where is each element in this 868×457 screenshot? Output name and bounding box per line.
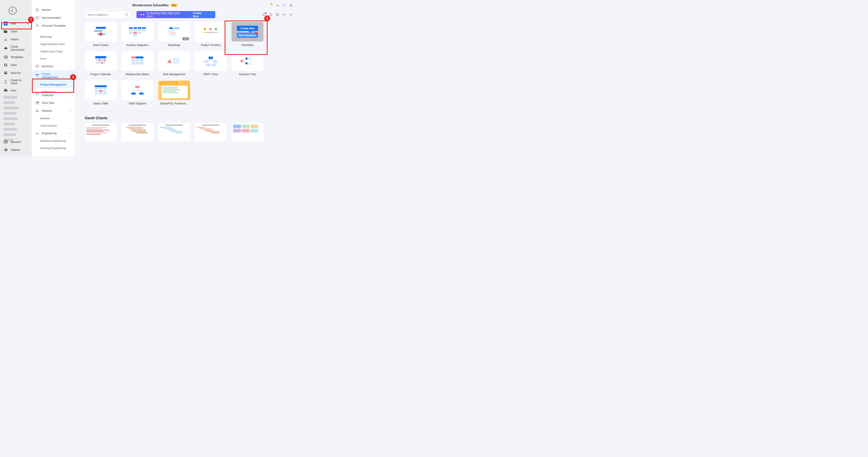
template-kanban[interactable]: Kanban Diagrams: [121, 22, 153, 47]
import-icon: [4, 37, 8, 41]
sidebar-item-cloud[interactable]: Cloud Documents: [0, 43, 31, 53]
subcategory-orgchart[interactable]: Organizational Chart: [32, 40, 75, 48]
sidebar-blurred-item: [0, 132, 31, 137]
svg-rect-21: [276, 13, 277, 14]
subcategory-mindmap[interactable]: Mind Map: [32, 33, 75, 40]
sidebar-label: Open: [11, 30, 17, 33]
category-label: Floor Plan: [42, 101, 55, 105]
search-icon[interactable]: [125, 13, 128, 17]
sidebar-item-export[interactable]: Export & Send: [0, 77, 31, 87]
sidebar-item-save[interactable]: Save: [0, 61, 31, 69]
chevron-right-icon: ›: [70, 92, 71, 95]
svg-rect-2: [6, 56, 7, 57]
app-title: Wondershare EdrawMax: [132, 4, 169, 7]
category-personal[interactable]: Personal Templates: [32, 22, 75, 30]
sidebar-label: Save: [11, 63, 17, 66]
svg-point-25: [290, 14, 291, 15]
grid-icon[interactable]: [276, 12, 279, 17]
see-templates-button[interactable]: See templates: [237, 33, 258, 38]
svg-rect-22: [278, 13, 279, 14]
sidebar-label: New: [11, 22, 16, 25]
category-recent[interactable]: Recent: [32, 6, 75, 14]
template-gantt-charts[interactable]: Gantt Charts: [85, 22, 117, 47]
shirt-icon[interactable]: ▾: [282, 12, 286, 17]
bell-icon[interactable]: [269, 12, 273, 17]
sidebar-item-account[interactable]: Account: [0, 138, 31, 146]
svg-rect-18: [276, 5, 279, 5]
template-preview[interactable]: [195, 123, 227, 141]
close-button[interactable]: [289, 4, 293, 7]
subcategory-form[interactable]: Form: [32, 55, 75, 62]
folder-icon: [4, 29, 8, 34]
back-button[interactable]: [9, 7, 17, 15]
category-label: Recommended: [42, 16, 61, 19]
sidebar-blurred-item: [0, 95, 31, 100]
saveas-icon: [4, 71, 8, 75]
minimize-button[interactable]: [276, 4, 279, 7]
template-pert[interactable]: PERT Chart: [195, 51, 227, 76]
template-relationship-matrix[interactable]: Relationship Matrix: [121, 51, 153, 76]
template-checklists[interactable]: ✓ Create New See templates Checklists: [231, 22, 264, 47]
floorplan-icon: [35, 101, 39, 105]
sidebar-item-new[interactable]: + New +: [0, 20, 31, 27]
template-risk[interactable]: Risk Management: [158, 51, 190, 76]
category-engineering[interactable]: Engineering ▾: [32, 129, 75, 137]
templates-icon: [4, 55, 8, 59]
maximize-button[interactable]: [283, 4, 286, 7]
svg-rect-12: [36, 77, 38, 77]
template-status-table[interactable]: Status Table: [85, 81, 117, 105]
person-icon: [35, 24, 39, 27]
save-icon: [4, 63, 8, 67]
template-preview[interactable]: [158, 123, 190, 141]
category-floorplan[interactable]: Floor Plan ›: [32, 99, 75, 107]
ai-banner[interactable]: ✦✦ AI drawing helps open your mind Creat…: [136, 11, 215, 18]
svg-rect-11: [36, 76, 38, 76]
sidebar-item-options[interactable]: Options: [0, 146, 31, 154]
subcategory-electrical[interactable]: Electrical Engineering: [32, 137, 75, 144]
subcategory-project-management[interactable]: Project Management: [32, 81, 75, 88]
subcategory-graphs[interactable]: Graphs and Charts: [32, 48, 75, 55]
template-roadmap[interactable]: Beta Roadmap: [158, 22, 190, 47]
category-software[interactable]: Software & Database ›: [32, 88, 75, 99]
search-input[interactable]: [87, 13, 125, 16]
template-preview[interactable]: [231, 123, 264, 141]
sidebar-blurred-item: [0, 106, 31, 111]
subcategory-cloud-service[interactable]: Cloud Service: [32, 122, 75, 129]
subcategory-network[interactable]: Network: [32, 115, 75, 122]
sidebar-item-print[interactable]: Print: [0, 87, 31, 94]
sidebar-item-templates[interactable]: Templates: [0, 53, 31, 61]
sidebar-item-import[interactable]: Import: [0, 35, 31, 43]
sidebar-item-open[interactable]: Open: [0, 27, 31, 35]
template-timeline[interactable]: Project Timeline: [195, 22, 227, 47]
section-title: Gantt Charts: [75, 114, 297, 123]
category-project-management[interactable]: Project Management ▾: [32, 70, 75, 81]
template-preview[interactable]: [121, 123, 153, 141]
sidebar-label: Options: [11, 148, 20, 151]
category-business[interactable]: Business ▾: [32, 62, 75, 70]
category-label: Recent: [42, 8, 51, 11]
category-label: Personal Templates: [42, 24, 66, 27]
create-new-button[interactable]: Create New: [237, 26, 258, 31]
sidebar-blurred-item: [0, 100, 31, 105]
subcategory-industrial[interactable]: Industrial Engineering: [32, 144, 75, 152]
svg-rect-24: [278, 15, 279, 16]
add-icon: +: [27, 22, 29, 26]
category-label: Network: [42, 109, 52, 112]
sidebar-item-saveas[interactable]: Save As: [0, 69, 31, 77]
category-network[interactable]: Network ▾: [32, 107, 75, 115]
settings-icon[interactable]: [289, 12, 293, 17]
sidebar-label: Cloud Documents: [11, 45, 28, 51]
category-recommended[interactable]: Recommended: [32, 14, 75, 22]
template-calendar[interactable]: Project Calendar: [85, 51, 117, 76]
ai-banner-cta[interactable]: Create Now→: [193, 11, 212, 18]
svg-point-15: [37, 109, 38, 110]
template-edrawproj[interactable]: Recommended EdrawProj: Professio...: [158, 81, 190, 105]
database-icon: [35, 92, 39, 95]
template-decision-tree[interactable]: Decision Tree: [231, 51, 264, 76]
template-wbs[interactable]: WBS Diagram: [121, 81, 153, 105]
template-preview[interactable]: [85, 123, 117, 141]
search-input-container: [85, 11, 131, 18]
message-icon[interactable]: [262, 12, 266, 17]
sidebar-blurred-item: [0, 116, 31, 121]
svg-point-8: [37, 25, 38, 26]
